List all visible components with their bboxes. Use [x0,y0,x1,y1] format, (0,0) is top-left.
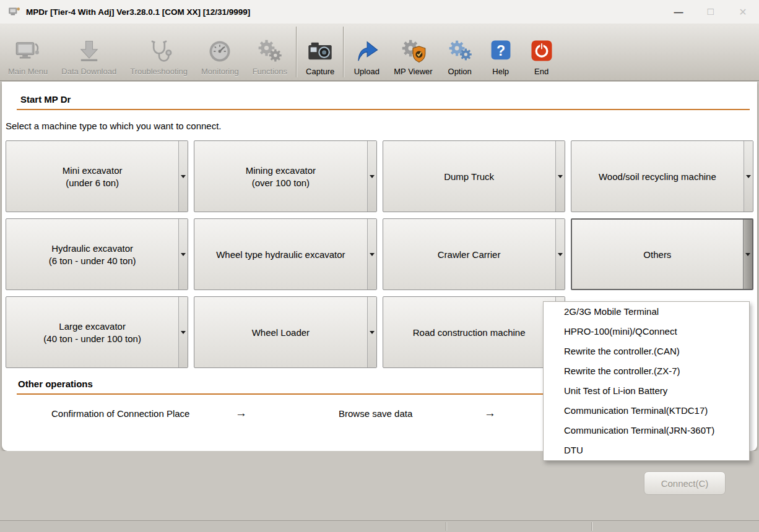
app-icon [7,5,21,19]
data-download-icon [76,36,103,67]
toolbar-label: Troubleshooting [130,67,188,76]
machine-button-dump-truck[interactable]: Dump Truck [383,140,565,212]
page-title: Start MP Dr [2,82,757,109]
chevron-down-icon[interactable] [555,219,565,290]
toolbar-monitoring: Monitoring [194,24,246,80]
chevron-down-icon[interactable] [744,141,753,212]
svg-text:?: ? [497,43,505,59]
machine-button-wood-soil-recycling[interactable]: Wood/soil recycling machine [571,140,753,212]
toolbar-functions: Functions [246,24,294,80]
connect-button: Connect(C) [644,471,726,495]
toolbar-label: Capture [306,67,334,76]
chevron-down-icon[interactable] [367,141,376,212]
dropdown-item-2g-3g-mobile-terminal[interactable]: 2G/3G Mobile Terminal [544,302,749,322]
toolbar-label: Data Download [61,67,116,76]
machine-label-2: (6 ton - under 40 ton) [49,255,136,266]
main-menu-icon [14,36,41,67]
chevron-down-icon[interactable] [178,141,188,212]
toolbar-label: Functions [253,67,287,76]
dropdown-item-communication-terminal-jrn-360t[interactable]: Communication Terminal(JRN-360T) [544,421,749,440]
troubleshooting-icon [145,36,173,67]
upload-icon [353,36,380,67]
others-dropdown-menu: 2G/3G Mobile Terminal HPRO-100(mini)/QCo… [543,301,750,461]
machine-button-crawler-carrier[interactable]: Crawler Carrier [383,218,565,290]
maximize-icon[interactable]: □ [695,0,727,24]
toolbar-option[interactable]: Option [440,24,480,80]
footer-panel: Connect(C) [0,451,759,520]
op-link-label: Browse save data [339,408,412,419]
toolbar-data-download: Data Download [54,24,123,80]
machine-button-mining-excavator[interactable]: Mining excavator (over 100 ton) [194,140,376,212]
machine-label: Others [643,249,671,260]
toolbar-separator [296,27,297,77]
toolbar-upload[interactable]: Upload [346,24,387,80]
dropdown-item-hpro-100-qconnect[interactable]: HPRO-100(mini)/QConnect [544,322,749,341]
chevron-down-icon[interactable] [367,297,376,367]
machine-button-wheel-loader[interactable]: Wheel Loader [194,296,376,368]
minimize-icon[interactable]: — [662,0,695,24]
confirmation-of-connection-place-link[interactable]: Confirmation of Connection Place → [51,406,247,420]
machine-button-others[interactable]: Others [571,218,753,290]
status-bar [0,520,759,532]
close-icon[interactable]: ✕ [727,0,759,24]
dropdown-item-dtu[interactable]: DTU [544,440,749,460]
toolbar-label: Main Menu [8,67,48,76]
chevron-down-icon[interactable] [743,220,752,289]
arrow-right-icon: → [235,406,247,420]
toolbar-label: End [534,67,549,76]
machine-label: Hydraulic excavator [51,243,133,254]
machine-label: Dump Truck [444,171,494,182]
machine-button-mini-excavator[interactable]: Mini excavator (under 6 ton) [6,140,188,212]
dropdown-item-rewrite-controller-can[interactable]: Rewrite the controller.(CAN) [544,341,749,361]
toolbar-end[interactable]: End [521,24,562,80]
toolbar-separator [343,27,344,77]
chevron-down-icon[interactable] [178,297,188,367]
title-bar: MPDr [Tier-4 With Adj] Ver3.28.0.1 [COM … [0,0,759,24]
help-icon: ? [487,36,514,67]
toolbar-label: Option [448,67,472,76]
toolbar-label: Monitoring [201,67,239,76]
op-link-label: Confirmation of Connection Place [51,408,189,419]
toolbar-mp-viewer[interactable]: MP Viewer [387,24,439,80]
toolbar-label: MP Viewer [394,67,432,76]
chevron-down-icon[interactable] [367,219,376,290]
dropdown-item-communication-terminal-ktdc17[interactable]: Communication Terminal(KTDC17) [544,401,749,421]
chevron-down-icon[interactable] [555,141,565,212]
toolbar-label: Help [492,67,509,76]
machine-label: Crawler Carrier [438,249,501,260]
toolbar-help[interactable]: ? Help [480,24,521,80]
mp-viewer-icon [399,36,427,67]
option-icon [446,36,474,67]
end-power-icon [528,36,555,67]
machine-label: Mining excavator [246,165,316,176]
machine-label: Wheel type hydraulic excavator [216,249,345,260]
toolbar-label: Upload [354,67,380,76]
machine-button-wheel-type-hydraulic-excavator[interactable]: Wheel type hydraulic excavator [194,218,376,290]
dropdown-item-unit-test-li-ion-battery[interactable]: Unit Test of Li-ion Battery [544,381,749,401]
instruction-text: Select a machine type to which you want … [2,110,757,140]
window-title: MPDr [Tier-4 With Adj] Ver3.28.0.1 [COM … [26,7,250,17]
dropdown-item-rewrite-controller-zx7[interactable]: Rewrite the controller.(ZX-7) [544,361,749,381]
toolbar-main-menu: Main Menu [1,24,54,80]
machine-label: Large excavator [59,321,126,332]
capture-camera-icon [306,36,334,67]
statusbar-separator [446,522,446,531]
statusbar-separator [591,522,592,531]
toolbar-troubleshooting: Troubleshooting [123,24,194,80]
functions-icon [256,36,284,67]
machine-label-2: (40 ton - under 100 ton) [43,333,141,344]
machine-label: Mini excavator [63,165,123,176]
machine-button-hydraulic-excavator[interactable]: Hydraulic excavator (6 ton - under 40 to… [6,218,188,290]
chevron-down-icon[interactable] [178,219,188,290]
browse-save-data-link[interactable]: Browse save data → [339,406,496,420]
toolbar-capture[interactable]: Capture [299,24,341,80]
monitoring-icon [206,36,233,67]
window-controls: — □ ✕ [662,0,759,24]
arrow-right-icon: → [484,406,496,420]
machine-button-large-excavator[interactable]: Large excavator (40 ton - under 100 ton) [6,296,188,368]
machine-button-road-construction[interactable]: Road construction machine [383,296,565,368]
machine-label: Wood/soil recycling machine [599,171,716,182]
toolbar: Main Menu Data Download Troubleshooting [0,24,759,81]
machine-label: Road construction machine [413,327,526,338]
machine-label: Wheel Loader [252,327,310,338]
